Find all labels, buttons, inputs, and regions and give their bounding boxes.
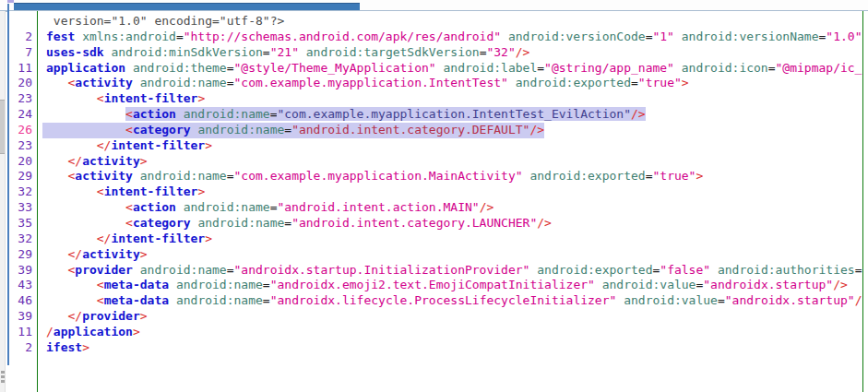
code-line[interactable]: 33 <action android:name="android.intent.… (9, 200, 868, 216)
code-text[interactable]: <activity android:name="com.example.myap… (46, 76, 689, 91)
token-decl: version="1.0" encoding="utf-8"?> (46, 14, 284, 28)
code-line[interactable]: 2fest xmlns:android="http://schemas.andr… (9, 30, 868, 45)
code-text[interactable]: </intent-filter> (46, 138, 212, 154)
code-line[interactable]: 24 <action android:name="com.example.mya… (9, 107, 868, 123)
code-line[interactable]: 7uses-sdk android:minSdkVersion="21" and… (9, 45, 868, 61)
code-line[interactable]: 20 </activity> (9, 154, 868, 170)
token-delim: </ (67, 247, 82, 261)
token-plain (46, 154, 67, 168)
token-plain (616, 293, 624, 307)
line-number: 35 (9, 216, 32, 232)
token-val: "32" (486, 45, 515, 59)
token-tag: intent-filter (104, 184, 198, 198)
code-text[interactable]: version="1.0" encoding="utf-8"?> (46, 14, 284, 30)
line-number: 39 (9, 309, 32, 325)
token-plain (508, 76, 516, 89)
code-line[interactable]: 46 <meta-data android:name="androidx.lif… (9, 293, 868, 309)
code-text[interactable]: <action android:name="android.intent.act… (46, 200, 493, 216)
token-plain (299, 45, 306, 59)
code-line[interactable]: 26 <category android:name="android.inten… (9, 123, 868, 138)
code-text[interactable]: ifest> (46, 340, 89, 356)
token-delim: > (696, 169, 703, 183)
code-text[interactable]: <intent-filter> (46, 91, 205, 107)
token-eq: = (227, 76, 234, 89)
code-text[interactable]: /application> (46, 325, 140, 340)
code-text[interactable]: </intent-filter> (46, 232, 212, 247)
code-text[interactable]: <provider android:name="androidx.startup… (46, 263, 862, 279)
token-delim: < (125, 216, 133, 230)
token-val: "androidx.startup" (703, 278, 833, 291)
token-eq: = (227, 61, 234, 75)
code-text[interactable]: </provider> (46, 309, 148, 325)
code-line[interactable]: 23 </intent-filter> (9, 138, 868, 154)
code-line[interactable]: 29 <activity android:name="com.example.m… (9, 169, 868, 184)
token-delim: /> (537, 216, 552, 230)
line-number: 20 (9, 76, 32, 91)
code-text[interactable]: <intent-filter> (46, 184, 205, 200)
token-delim: < (97, 91, 104, 105)
gutter-separator-line (37, 11, 38, 392)
code-text[interactable]: <meta-data android:name="androidx.emoji2… (46, 278, 848, 293)
code-text[interactable]: fest xmlns:android="http://schemas.andro… (46, 30, 862, 45)
code-line[interactable]: 20 <activity android:name="com.example.m… (9, 76, 868, 91)
code-line[interactable]: 39 <provider android:name="androidx.star… (9, 263, 868, 279)
line-number: 7 (9, 45, 32, 61)
left-vertical-scrollbar[interactable] (0, 11, 6, 392)
token-tag: intent-filter (111, 232, 205, 245)
token-delim: /> (480, 200, 494, 214)
code-text[interactable]: <action android:name="com.example.myappl… (46, 107, 646, 123)
token-plain (674, 30, 682, 43)
token-val: "1.0" (826, 30, 862, 43)
code-line[interactable]: 11application android:theme="@style/Them… (9, 61, 868, 77)
token-val: "1" (652, 30, 673, 43)
code-line[interactable]: 32 <intent-filter> (9, 184, 868, 200)
token-delim: < (125, 200, 133, 214)
hscrollbar-thumb[interactable] (14, 3, 360, 10)
code-text[interactable]: <meta-data android:name="androidx.lifecy… (46, 293, 862, 309)
line-number: 23 (9, 91, 32, 107)
token-attr: android:name (184, 200, 270, 214)
code-line[interactable]: 2ifest> (9, 340, 868, 356)
vscrollbar-thumb[interactable] (0, 100, 5, 154)
token-val: "true" (638, 76, 682, 89)
code-line[interactable]: version="1.0" encoding="utf-8"?> (9, 14, 868, 30)
code-line[interactable]: 23 <intent-filter> (9, 91, 868, 107)
code-line[interactable]: 29 </activity> (9, 247, 868, 263)
token-eq: = (284, 216, 291, 230)
token-delim: > (205, 138, 212, 152)
token-eq: = (263, 45, 270, 59)
code-text[interactable]: application android:theme="@style/Theme_… (46, 61, 862, 77)
code-text[interactable]: uses-sdk android:minSdkVersion="21" andr… (46, 45, 529, 61)
token-val: "androidx.emoji2.text.EmojiCompatInitial… (270, 278, 595, 291)
code-text[interactable]: </activity> (46, 154, 148, 170)
token-tag: activity (82, 154, 140, 168)
line-number: 23 (9, 138, 32, 154)
line-number: 32 (9, 184, 32, 200)
token-tag: uses-sdk (46, 45, 104, 59)
line-number: 20 (9, 154, 32, 170)
line-number: 11 (9, 61, 32, 77)
code-line[interactable]: 43 <meta-data android:name="androidx.emo… (9, 278, 868, 293)
code-line[interactable]: 35 <category android:name="android.inten… (9, 216, 868, 232)
token-delim: < (125, 107, 133, 121)
code-text[interactable]: </activity> (46, 247, 148, 263)
code-line[interactable]: 11/application> (9, 325, 868, 340)
token-delim: /> (529, 123, 544, 137)
token-tag: meta-data (104, 278, 169, 291)
token-val: "true" (652, 169, 696, 183)
token-plain (169, 293, 176, 307)
code-line[interactable]: 39 </provider> (9, 309, 868, 325)
token-plain (46, 123, 125, 137)
code-line[interactable]: 32 </intent-filter> (9, 232, 868, 247)
code-text[interactable]: <category android:name="android.intent.c… (46, 123, 544, 138)
code-text[interactable]: <category android:name="android.intent.c… (46, 216, 552, 232)
token-attr: android:exported (537, 263, 652, 277)
token-plain (75, 30, 82, 43)
token-delim: > (197, 91, 205, 105)
token-delim: </ (67, 154, 82, 168)
code-editor[interactable]: version="1.0" encoding="utf-8"?>2fest xm… (9, 11, 868, 392)
token-tag: activity (75, 169, 133, 183)
token-plain (133, 76, 140, 89)
code-text[interactable]: <activity android:name="com.example.myap… (46, 169, 703, 184)
line-number: 24 (9, 107, 32, 123)
